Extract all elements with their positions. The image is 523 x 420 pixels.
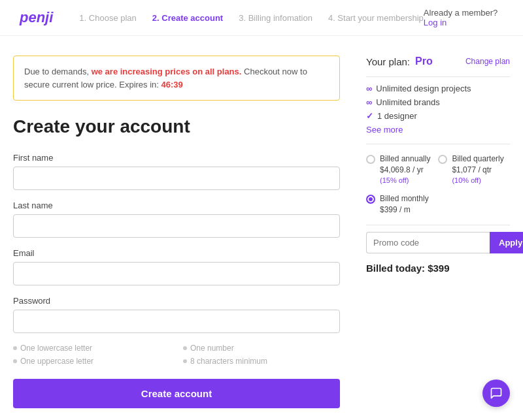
hint-lowercase-text: One lowercase letter xyxy=(20,344,92,353)
alert-highlight: we are increasing prices on all plans. xyxy=(92,67,242,76)
plan-features: ∞ Unlimited design projects ∞ Unlimited … xyxy=(366,84,510,135)
plan-name: Pro xyxy=(415,56,433,67)
check-icon: ✓ xyxy=(366,111,373,121)
infinity-icon-1: ∞ xyxy=(366,84,372,93)
email-input[interactable] xyxy=(13,262,340,285)
plan-divider-3 xyxy=(366,225,510,225)
login-link[interactable]: Log in xyxy=(424,18,447,27)
hint-lowercase: One lowercase letter xyxy=(13,344,170,353)
main-layout: Due to demands, we are increasing prices… xyxy=(0,36,523,420)
alert-box: Due to demands, we are increasing prices… xyxy=(13,56,340,101)
billing-quarterly-price: $1,077 / qtr xyxy=(452,165,503,176)
billing-monthly-price: $399 / m xyxy=(380,204,429,216)
feature-designer: ✓ 1 designer xyxy=(366,111,510,121)
feature-designer-text: 1 designer xyxy=(377,111,417,121)
billing-annual-discount: (15% off) xyxy=(380,176,430,186)
radio-monthly[interactable] xyxy=(366,195,375,204)
billing-options: Billed annually $4,069.8 / yr (15% off) … xyxy=(366,153,510,216)
step-3: 3. Billing infomation xyxy=(239,13,312,23)
chat-icon xyxy=(490,387,503,400)
create-account-button[interactable]: Create account xyxy=(13,379,340,408)
left-column: Due to demands, we are increasing prices… xyxy=(13,56,340,420)
alert-expires-label: Expires in: xyxy=(119,80,159,89)
tos-text: By clicking "Create account", you agree … xyxy=(13,417,340,420)
first-name-input[interactable] xyxy=(13,167,340,190)
hint-number-text: One number xyxy=(190,344,234,353)
hint-length: 8 characters minimum xyxy=(183,357,340,366)
billing-monthly-label: Billed monthly xyxy=(380,193,429,204)
feature-projects: ∞ Unlimited design projects xyxy=(366,84,510,93)
billed-today-amount: $399 xyxy=(428,263,449,274)
hint-uppercase-text: One uppercase letter xyxy=(20,357,93,366)
billing-monthly-text: Billed monthly $399 / m xyxy=(380,193,429,216)
see-more-link[interactable]: See more xyxy=(366,125,510,135)
already-member-text: Already a member? xyxy=(424,8,498,18)
plan-divider-2 xyxy=(366,144,510,144)
password-input[interactable] xyxy=(13,310,340,333)
billing-quarterly[interactable]: Billed quarterly $1,077 / qtr (10% off) xyxy=(438,153,503,186)
change-plan-link[interactable]: Change plan xyxy=(465,57,510,66)
plan-header: Your plan: Pro Change plan xyxy=(366,56,510,67)
hint-dot xyxy=(183,359,187,363)
hint-length-text: 8 characters minimum xyxy=(190,357,267,366)
plan-divider xyxy=(366,76,510,77)
first-name-label: First name xyxy=(13,153,340,163)
password-hints: One lowercase letter One number One uppe… xyxy=(13,344,340,366)
chat-button[interactable] xyxy=(482,380,510,407)
promo-input[interactable] xyxy=(366,232,490,253)
right-column: Your plan: Pro Change plan ∞ Unlimited d… xyxy=(366,56,510,420)
hint-dot xyxy=(13,359,17,363)
first-name-group: First name xyxy=(13,153,340,190)
billing-quarterly-text: Billed quarterly $1,077 / qtr (10% off) xyxy=(452,153,503,186)
logo: penji xyxy=(20,9,53,26)
billing-monthly[interactable]: Billed monthly $399 / m xyxy=(366,193,429,216)
billing-annual-price: $4,069.8 / yr xyxy=(380,165,430,176)
infinity-icon-2: ∞ xyxy=(366,97,372,107)
billing-quarterly-label: Billed quarterly xyxy=(452,153,503,165)
billing-annual-text: Billed annually $4,069.8 / yr (15% off) xyxy=(380,153,430,186)
alert-prefix: Due to demands, xyxy=(24,67,89,76)
steps-nav: 1. Choose plan 2. Create account 3. Bill… xyxy=(79,13,424,23)
password-label: Password xyxy=(13,296,340,306)
feature-brands: ∞ Unlimited brands xyxy=(366,97,510,107)
apply-button[interactable]: Apply xyxy=(490,232,523,253)
feature-projects-text: Unlimited design projects xyxy=(376,84,471,93)
plan-label: Your plan: xyxy=(366,56,410,67)
radio-quarterly[interactable] xyxy=(438,155,447,164)
hint-uppercase: One uppercase letter xyxy=(13,357,170,366)
hint-number: One number xyxy=(183,344,340,353)
hint-dot xyxy=(13,346,17,350)
billed-today: Billed today: $399 xyxy=(366,263,510,274)
last-name-label: Last name xyxy=(13,201,340,210)
billing-annual[interactable]: Billed annually $4,069.8 / yr (15% off) xyxy=(366,153,430,186)
last-name-input[interactable] xyxy=(13,214,340,238)
step-4: 4. Start your membership xyxy=(328,13,424,23)
billing-annual-label: Billed annually xyxy=(380,153,430,165)
billing-quarterly-discount: (10% off) xyxy=(452,176,503,186)
form-title: Create your account xyxy=(13,116,340,137)
step-2: 2. Create account xyxy=(152,13,223,23)
email-group: Email xyxy=(13,248,340,285)
alert-timer: 46:39 xyxy=(161,80,183,89)
email-label: Email xyxy=(13,248,340,258)
password-group: Password xyxy=(13,296,340,333)
hint-dot xyxy=(183,346,187,350)
last-name-group: Last name xyxy=(13,201,340,238)
billed-today-label: Billed today: xyxy=(366,263,425,274)
radio-annual[interactable] xyxy=(366,155,375,164)
header: penji 1. Choose plan 2. Create account 3… xyxy=(0,0,523,36)
step-1: 1. Choose plan xyxy=(79,13,136,23)
feature-brands-text: Unlimited brands xyxy=(376,97,440,107)
promo-row: Apply xyxy=(366,232,510,253)
header-right: Already a member? Log in xyxy=(424,8,503,27)
